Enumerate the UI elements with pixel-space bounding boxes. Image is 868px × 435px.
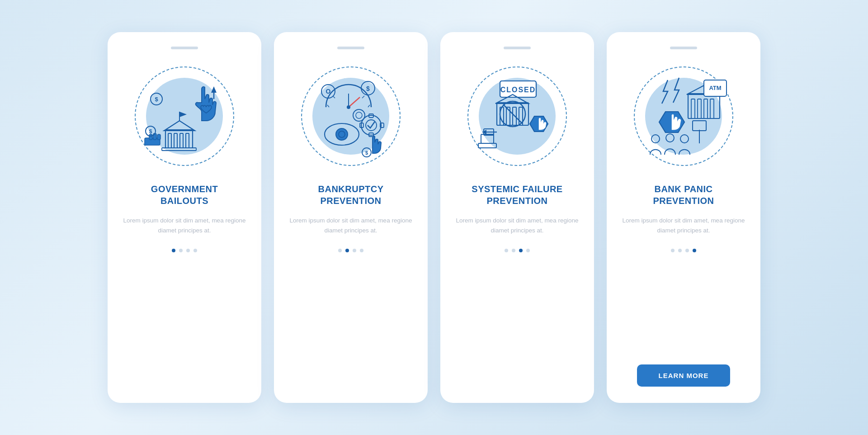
svg-line-28 [368, 105, 370, 107]
systemic-svg: CLOSED [467, 66, 567, 166]
card-body-systemic: Lorem ipsum dolor sit dim amet, mea regi… [453, 216, 581, 236]
card-notch-2 [337, 47, 364, 49]
svg-rect-61 [691, 99, 695, 118]
svg-rect-63 [704, 99, 708, 118]
svg-rect-64 [710, 99, 714, 118]
dot-2 [179, 249, 183, 252]
svg-text:$: $ [155, 96, 158, 103]
svg-rect-4 [186, 133, 189, 148]
dot-2b [345, 249, 349, 252]
svg-point-24 [347, 105, 350, 109]
illustration-systemic: CLOSED [463, 62, 571, 170]
dot-3c [519, 249, 523, 252]
card-title-systemic: SYSTEMIC FAILUREPREVENTION [472, 183, 562, 207]
svg-point-70 [680, 135, 689, 143]
dot-3b [353, 249, 356, 252]
svg-point-40 [356, 112, 362, 118]
svg-rect-2 [174, 133, 177, 148]
card-bank-panic: ATM BANK PANICPREVENTION Lorem ipsum [607, 32, 760, 403]
svg-point-20 [336, 128, 348, 140]
card-notch-3 [504, 47, 531, 49]
svg-rect-55 [478, 143, 496, 148]
dot-4b [360, 249, 363, 252]
dots-row-systemic [505, 249, 530, 252]
card-notch-4 [670, 47, 697, 49]
illustration-government-bailouts: $ $ [130, 62, 239, 170]
dot-4c [526, 249, 530, 252]
card-government-bailouts: $ $ GOVERNMENTBAILOUTS Lorem ipsum dolor… [108, 32, 261, 403]
svg-point-34 [366, 120, 377, 131]
dot-1 [172, 249, 175, 252]
dot-3 [186, 249, 190, 252]
dot-3d [685, 249, 689, 252]
dots-row-bank-panic [671, 249, 696, 252]
svg-rect-3 [180, 133, 183, 148]
svg-rect-8 [162, 148, 196, 151]
svg-text:ATM: ATM [709, 85, 721, 91]
dots-row-bankruptcy [338, 249, 363, 252]
dots-row-govt [172, 249, 197, 252]
svg-point-68 [651, 135, 660, 143]
svg-line-23 [349, 97, 360, 107]
svg-rect-10 [149, 134, 152, 140]
card-body-bank-panic: Lorem ipsum dolor sit dim amet, mea regi… [619, 216, 748, 236]
svg-marker-16 [211, 86, 217, 93]
svg-point-69 [666, 134, 674, 142]
illustration-bank-panic: ATM [629, 62, 738, 170]
card-bankruptcy-prevention: O $ $ [274, 32, 428, 403]
svg-rect-12 [157, 134, 160, 140]
dot-2d [678, 249, 682, 252]
svg-text:$: $ [149, 128, 152, 135]
card-title-bankruptcy: BANKRUPTCYPREVENTION [318, 183, 384, 207]
svg-rect-1 [168, 133, 171, 148]
learn-more-button[interactable]: LEARN MORE [637, 364, 731, 387]
dot-2c [512, 249, 515, 252]
svg-rect-62 [698, 99, 701, 118]
illustration-bankruptcy: O $ $ [297, 62, 405, 170]
dot-4 [193, 249, 197, 252]
govt-bailouts-svg: $ $ [135, 66, 234, 166]
dot-4d [693, 249, 696, 252]
dot-1d [671, 249, 675, 252]
card-title-govt: GOVERNMENTBAILOUTS [151, 183, 218, 207]
cards-container: $ $ GOVERNMENTBAILOUTS Lorem ipsum dolor… [108, 32, 760, 403]
dot-1c [505, 249, 508, 252]
card-body-govt: Lorem ipsum dolor sit dim amet, mea regi… [120, 216, 249, 236]
svg-text:CLOSED: CLOSED [500, 86, 536, 94]
card-notch [171, 47, 198, 49]
svg-rect-72 [693, 121, 706, 131]
bank-panic-svg: ATM [634, 66, 733, 166]
card-body-bankruptcy: Lorem ipsum dolor sit dim amet, mea regi… [287, 216, 415, 236]
svg-text:$: $ [365, 150, 368, 156]
svg-line-27 [362, 96, 364, 98]
svg-text:O: O [326, 88, 331, 95]
svg-line-25 [327, 105, 329, 107]
svg-point-39 [353, 109, 365, 121]
card-title-bank-panic: BANK PANICPREVENTION [653, 183, 714, 207]
svg-marker-5 [164, 121, 195, 131]
card-systemic-failure: CLOSED [440, 32, 594, 403]
dot-1b [338, 249, 342, 252]
svg-marker-7 [179, 112, 187, 117]
svg-text:$: $ [366, 85, 370, 92]
bankruptcy-svg: O $ $ [301, 66, 401, 166]
